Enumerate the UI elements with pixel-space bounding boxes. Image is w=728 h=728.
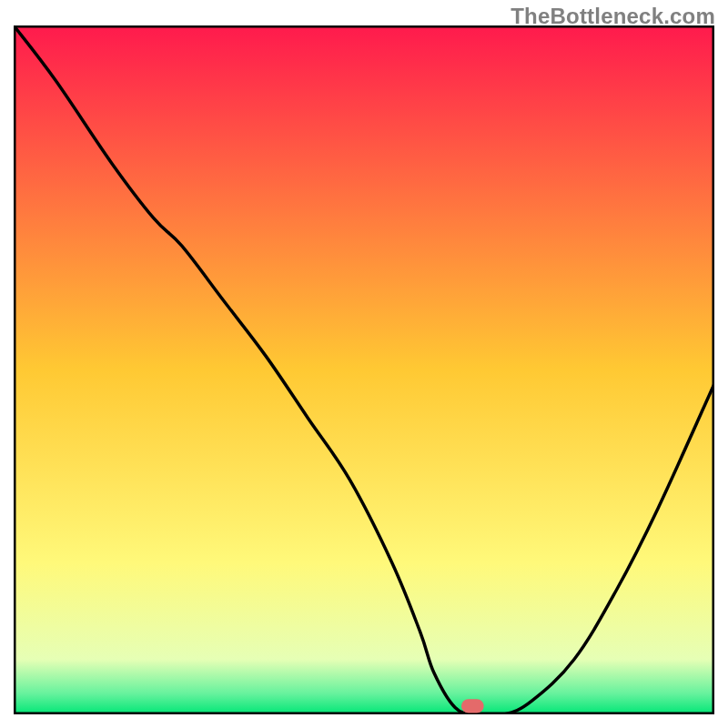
- plot-area: [14, 25, 714, 714]
- chart-svg: [14, 25, 714, 714]
- gradient-background: [14, 25, 714, 714]
- optimal-point-marker: [461, 699, 484, 713]
- chart-container: TheBottleneck.com: [0, 0, 728, 728]
